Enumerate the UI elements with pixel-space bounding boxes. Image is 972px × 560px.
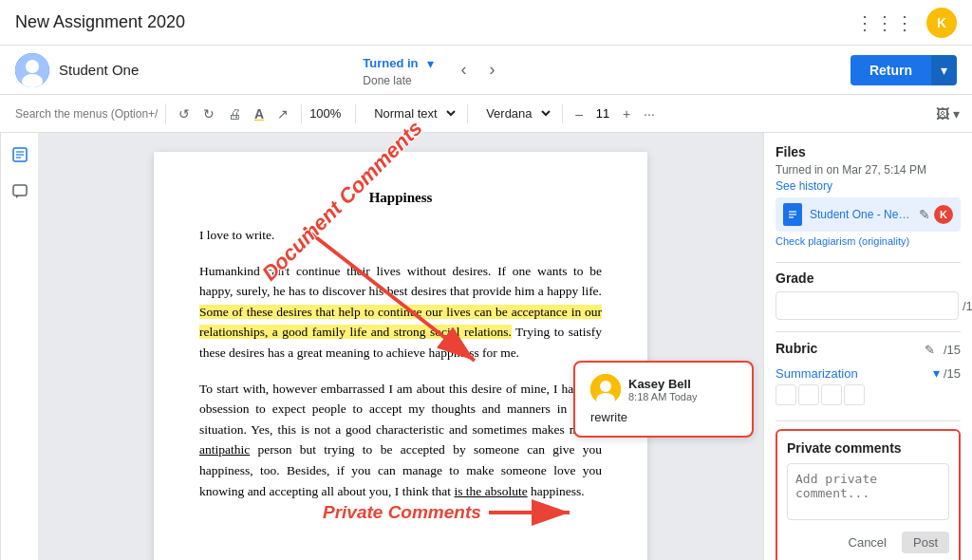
return-dropdown-btn[interactable]: ▾ [931, 55, 957, 85]
rubric-max: /15 [944, 343, 961, 357]
rubric-btn-2[interactable] [798, 384, 819, 405]
files-sub: Turned in on Mar 27, 5:14 PM [776, 163, 961, 177]
student-info: Student One [15, 53, 363, 87]
undo-btn[interactable]: ↺ [174, 103, 195, 124]
comment-user-info: Kasey Bell 8:18 AM Today [628, 377, 698, 402]
comment-avatar [590, 374, 621, 404]
private-comment-btns: Cancel Post [787, 532, 949, 553]
return-btn[interactable]: Return [850, 55, 931, 85]
svg-rect-7 [13, 185, 27, 196]
file-name: Student One - New ... [810, 208, 911, 221]
more-btn[interactable]: ··· [639, 103, 660, 124]
svg-point-1 [26, 60, 39, 73]
rubric-edit-btn[interactable]: ✎ [920, 340, 940, 360]
doc-area: Happiness I love to write. Humankind can… [38, 133, 763, 560]
svg-marker-8 [16, 196, 19, 198]
side-icon-doc-btn[interactable] [6, 140, 34, 174]
comment-user: Kasey Bell 8:18 AM Today [590, 374, 737, 404]
private-comment-input[interactable] [787, 463, 949, 520]
text-style-select[interactable]: Normal text [364, 103, 459, 124]
grid-icon[interactable]: ⋮⋮⋮ [855, 11, 915, 34]
side-icons [0, 133, 38, 560]
avatar-label: K [937, 15, 946, 30]
status-group: Turned in ▾ Done late [363, 53, 438, 87]
student-bar: Student One Turned in ▾ Done late ‹ › Re… [0, 46, 972, 95]
grade-max: /100 [963, 299, 972, 313]
underline-absolute: is the absolute [454, 484, 527, 498]
status-sub: Done late [363, 74, 438, 87]
doc-page: Happiness I love to write. Humankind can… [154, 152, 647, 560]
grade-title: Grade [776, 271, 961, 286]
font-size-minus-btn[interactable]: – [570, 103, 588, 124]
see-history-link[interactable]: See history [776, 179, 832, 193]
right-panel: Files Turned in on Mar 27, 5:14 PM See h… [763, 133, 972, 560]
files-title: Files [776, 144, 961, 159]
doc-para-1: I love to write. [199, 225, 602, 246]
file-icon [783, 203, 802, 226]
image-btn[interactable]: 🖼 ▾ [931, 103, 964, 124]
nav-arrows: ‹ › [454, 56, 503, 84]
post-btn[interactable]: Post [902, 532, 949, 553]
file-item: Student One - New ... ✎ K [776, 197, 961, 232]
font-size-input[interactable] [589, 106, 616, 121]
grade-section: Grade /100 ⋮ [776, 271, 961, 320]
zoom-value: 100% [309, 106, 347, 121]
doc-area-wrapper: Happiness I love to write. Humankind can… [38, 133, 763, 560]
rubric-expand-btn[interactable]: ▾ [933, 365, 940, 381]
cancel-btn[interactable]: Cancel [841, 532, 894, 553]
divider-2 [776, 331, 961, 332]
user-avatar[interactable]: K [926, 8, 957, 38]
rubric-title: Rubric [776, 341, 817, 356]
font-size-group: – + [570, 103, 635, 124]
font-size-plus-btn[interactable]: + [618, 103, 635, 124]
rubric-criteria-row [776, 384, 961, 405]
toolbar: ↺ ↻ 🖨 A ↗ 100% Normal text Verdana – + ·… [0, 95, 972, 133]
doc-para-2: Humankind can't continue their lives wit… [199, 261, 602, 364]
student-avatar [15, 53, 49, 87]
comment-text: rewrite [590, 410, 737, 424]
paint-btn[interactable]: A [250, 103, 269, 124]
divider-3 [776, 420, 961, 421]
main-content: Happiness I love to write. Humankind can… [0, 133, 972, 560]
private-comments-title: Private comments [787, 440, 949, 456]
underline-antipathic: antipathic [199, 442, 250, 457]
rubric-btn-4[interactable] [844, 384, 865, 405]
redo-btn[interactable]: ↻ [198, 103, 219, 124]
rubric-btn-1[interactable] [776, 384, 796, 405]
pointer-btn[interactable]: ↗ [272, 103, 293, 124]
rubric-btn-3[interactable] [821, 384, 842, 405]
print-btn[interactable]: 🖨 [223, 103, 246, 124]
svg-point-10 [600, 381, 611, 392]
top-bar: New Assignment 2020 ⋮⋮⋮ K [0, 0, 972, 46]
grade-input[interactable] [776, 291, 959, 320]
top-bar-left: New Assignment 2020 [15, 12, 185, 32]
nav-prev-btn[interactable]: ‹ [454, 56, 475, 84]
files-section: Files Turned in on Mar 27, 5:14 PM See h… [776, 144, 961, 247]
private-comments-section: Private comments Cancel Post [776, 429, 961, 560]
rubric-section: Rubric ✎ /15 Summarization ▾ /15 [776, 340, 961, 405]
highlight-text: Some of these desires that help to conti… [199, 305, 602, 340]
comment-bubble: Kasey Bell 8:18 AM Today rewrite [573, 361, 754, 438]
rubric-criterion-max: /15 [944, 366, 961, 381]
comment-name: Kasey Bell [628, 377, 698, 391]
rubric-row: Summarization ▾ /15 [776, 365, 961, 381]
student-name: Student One [59, 62, 139, 78]
return-btn-group: Return ▾ [850, 55, 957, 85]
doc-title: Happiness [199, 190, 602, 206]
search-input[interactable] [8, 103, 166, 124]
rubric-criteria-btns [776, 384, 865, 405]
divider-1 [776, 262, 961, 263]
check-plagiarism-link[interactable]: Check plagiarism (originality) [776, 235, 961, 247]
status-label: Turned in [363, 56, 418, 70]
rubric-criterion-label[interactable]: Summarization [776, 366, 858, 381]
file-user-badge: K [934, 205, 953, 224]
file-open-btn[interactable]: ✎ [919, 205, 930, 224]
comment-time: 8:18 AM Today [628, 391, 698, 402]
side-icon-comment-btn[interactable] [6, 177, 34, 211]
font-select[interactable]: Verdana [476, 103, 554, 124]
file-actions: ✎ K [919, 205, 953, 224]
app-title: New Assignment 2020 [15, 12, 185, 32]
status-dropdown-btn[interactable]: ▾ [422, 53, 439, 74]
nav-next-btn[interactable]: › [482, 56, 503, 84]
doc-para-3: To start with, however embarrassed I am … [199, 379, 602, 502]
